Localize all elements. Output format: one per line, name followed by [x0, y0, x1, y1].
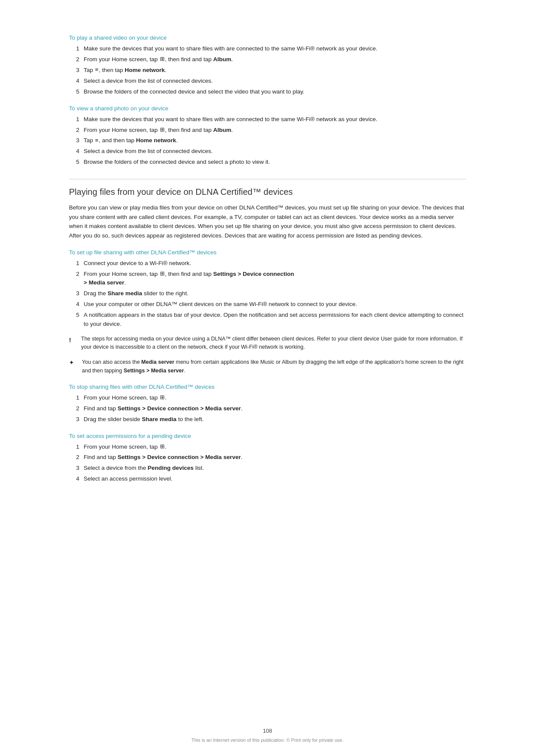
step-number: 2 — [69, 404, 79, 413]
list-item: 4 Use your computer or other DLNA™ clien… — [69, 300, 466, 309]
list-item: 3 Drag the Share media slider to the rig… — [69, 289, 466, 298]
section-heading-pending-device: To set access permissions for a pending … — [69, 433, 466, 439]
grid-icon: ⊞ — [160, 269, 165, 278]
steps-view-photo: 1 Make sure the devices that you want to… — [69, 115, 466, 167]
section-setup-sharing: To set up file sharing with other DLNA C… — [69, 249, 466, 329]
body-text-dlna: Before you can view or play media files … — [69, 203, 466, 240]
star-icon: ✦ — [69, 358, 80, 375]
grid-icon: ⊞ — [160, 55, 165, 63]
step-number: 1 — [69, 394, 79, 403]
page-footer: 108 This is an Internet version of this … — [0, 728, 535, 743]
list-item: 1 Make sure the devices that you want to… — [69, 44, 466, 53]
step-content: Browse the folders of the connected devi… — [84, 87, 466, 97]
list-item: 4 Select a device from the list of conne… — [69, 147, 466, 156]
big-heading-playing-files: Playing files from your device on DLNA C… — [69, 179, 466, 197]
step-content: Find and tap Settings > Device connectio… — [84, 404, 466, 413]
menu-icon: ≡ — [95, 136, 99, 145]
step-content: Connect your device to a Wi-Fi® network. — [84, 259, 466, 268]
section-play-video: To play a shared video on your device 1 … — [69, 34, 466, 97]
step-number: 5 — [69, 158, 79, 167]
step-number: 3 — [69, 136, 79, 145]
step-number: 4 — [69, 300, 79, 309]
section-heading-view-photo: To view a shared photo on your device — [69, 105, 466, 112]
section-stop-sharing: To stop sharing files with other DLNA Ce… — [69, 384, 466, 424]
menu-icon: ≡ — [95, 66, 99, 74]
list-item: 3 Tap ≡, then tap Home network. — [69, 66, 466, 75]
step-content: A notification appears in the status bar… — [84, 311, 466, 329]
step-number: 4 — [69, 77, 79, 86]
step-number: 1 — [69, 443, 79, 452]
step-number: 1 — [69, 115, 79, 124]
list-item: 5 A notification appears in the status b… — [69, 311, 466, 329]
step-content: Drag the Share media slider to the right… — [84, 289, 466, 298]
step-number: 3 — [69, 464, 79, 473]
grid-icon: ⊞ — [160, 125, 165, 134]
list-item: 3 Tap ≡, and then tap Home network. — [69, 136, 466, 145]
step-content: Make sure the devices that you want to s… — [84, 115, 466, 124]
step-content: Select an access permission level. — [84, 475, 466, 484]
step-content: From your Home screen, tap ⊞, then find … — [84, 126, 466, 135]
step-content: From your Home screen, tap ⊞, then find … — [84, 270, 466, 288]
step-content: Use your computer or other DLNA™ client … — [84, 300, 466, 309]
note-exclaim: ! The steps for accessing media on your … — [69, 335, 466, 352]
step-number: 1 — [69, 259, 79, 268]
section-pending-device: To set access permissions for a pending … — [69, 433, 466, 484]
list-item: 5 Browse the folders of the connected de… — [69, 158, 466, 167]
footer-text: This is an Internet version of this publ… — [191, 737, 344, 743]
step-number: 3 — [69, 66, 79, 75]
list-item: 1 Connect your device to a Wi-Fi® networ… — [69, 259, 466, 268]
steps-pending-device: 1 From your Home screen, tap ⊞. 2 Find a… — [69, 443, 466, 484]
step-number: 2 — [69, 126, 79, 135]
section-heading-play-video: To play a shared video on your device — [69, 34, 466, 41]
steps-play-video: 1 Make sure the devices that you want to… — [69, 44, 466, 97]
step-content: Select a device from the Pending devices… — [84, 464, 466, 473]
list-item: 2 Find and tap Settings > Device connect… — [69, 453, 466, 462]
list-item: 3 Select a device from the Pending devic… — [69, 464, 466, 473]
note-exclaim-text: The steps for accessing media on your de… — [81, 335, 466, 352]
exclaim-icon: ! — [69, 335, 78, 352]
step-content: Make sure the devices that you want to s… — [84, 44, 466, 53]
step-content: Select a device from the list of connect… — [84, 147, 466, 156]
step-number: 5 — [69, 87, 79, 97]
section-heading-setup-sharing: To set up file sharing with other DLNA C… — [69, 249, 466, 256]
list-item: 2 From your Home screen, tap ⊞, then fin… — [69, 126, 466, 135]
page: To play a shared video on your device 1 … — [0, 0, 535, 756]
step-number: 2 — [69, 55, 79, 64]
step-content: Tap ≡, then tap Home network. — [84, 66, 466, 75]
step-number: 4 — [69, 147, 79, 156]
note-star: ✦ You can also access the Media server m… — [69, 358, 466, 375]
section-heading-stop-sharing: To stop sharing files with other DLNA Ce… — [69, 384, 466, 390]
step-content: From your Home screen, tap ⊞. — [84, 394, 466, 403]
list-item: 1 Make sure the devices that you want to… — [69, 115, 466, 124]
step-content: From your Home screen, tap ⊞, then find … — [84, 55, 466, 64]
section-view-photo: To view a shared photo on your device 1 … — [69, 105, 466, 167]
list-item: 2 From your Home screen, tap ⊞, then fin… — [69, 55, 466, 64]
step-number: 2 — [69, 453, 79, 462]
step-content: Select a device from the list of connect… — [84, 77, 466, 86]
step-content: Tap ≡, and then tap Home network. — [84, 136, 466, 145]
list-item: 1 From your Home screen, tap ⊞. — [69, 394, 466, 403]
page-number: 108 — [0, 728, 535, 734]
step-number: 5 — [69, 311, 79, 329]
step-number: 4 — [69, 475, 79, 484]
step-content: From your Home screen, tap ⊞. — [84, 443, 466, 452]
grid-icon: ⊞ — [160, 393, 165, 402]
step-content: Drag the slider beside Share media to th… — [84, 415, 466, 424]
step-number: 3 — [69, 289, 79, 298]
note-star-text: You can also access the Media server men… — [82, 358, 466, 375]
step-number: 3 — [69, 415, 79, 424]
step-number: 2 — [69, 270, 79, 288]
grid-icon: ⊞ — [160, 442, 165, 451]
list-item: 3 Drag the slider beside Share media to … — [69, 415, 466, 424]
list-item: 5 Browse the folders of the connected de… — [69, 87, 466, 97]
list-item: 2 From your Home screen, tap ⊞, then fin… — [69, 270, 466, 288]
step-content: Find and tap Settings > Device connectio… — [84, 453, 466, 462]
list-item: 4 Select a device from the list of conne… — [69, 77, 466, 86]
steps-setup-sharing: 1 Connect your device to a Wi-Fi® networ… — [69, 259, 466, 329]
steps-stop-sharing: 1 From your Home screen, tap ⊞. 2 Find a… — [69, 394, 466, 424]
step-content: Browse the folders of the connected devi… — [84, 158, 466, 167]
list-item: 4 Select an access permission level. — [69, 475, 466, 484]
list-item: 2 Find and tap Settings > Device connect… — [69, 404, 466, 413]
list-item: 1 From your Home screen, tap ⊞. — [69, 443, 466, 452]
step-number: 1 — [69, 44, 79, 53]
